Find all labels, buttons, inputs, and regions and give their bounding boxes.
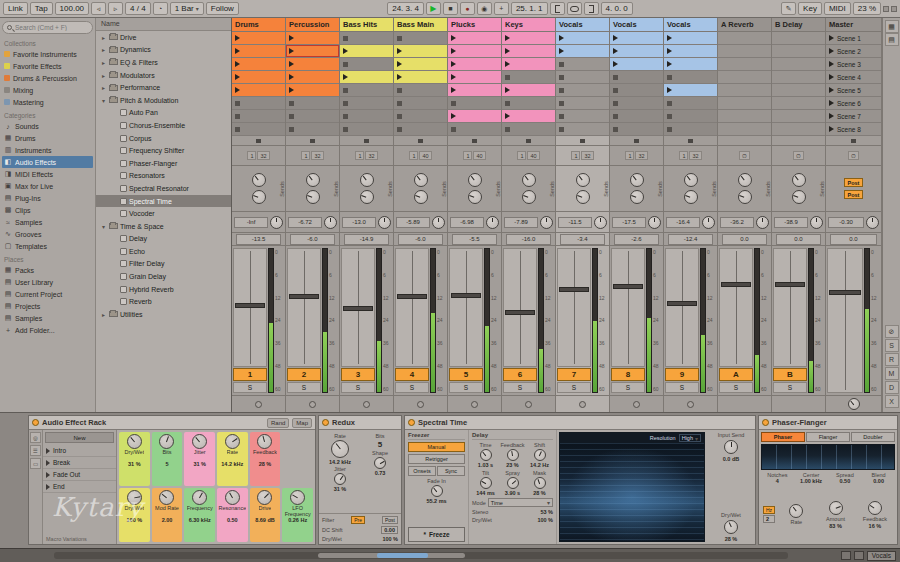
clip-stop-icon[interactable]: [343, 127, 348, 132]
tree-item-corpus[interactable]: Corpus: [96, 132, 231, 145]
fader-handle[interactable]: [559, 287, 589, 292]
send-a-knob[interactable]: [792, 173, 806, 187]
cue-volume-knob[interactable]: [848, 398, 860, 410]
pan-knob[interactable]: [540, 216, 553, 229]
search-box[interactable]: [2, 21, 93, 34]
scene-slot-2[interactable]: Scene 2: [826, 45, 881, 58]
volume-fader[interactable]: [719, 248, 753, 367]
filter-pre-button[interactable]: Pre: [351, 516, 365, 524]
clip-play-icon[interactable]: [343, 74, 348, 80]
solo-button[interactable]: S: [773, 382, 807, 393]
clip-play-icon[interactable]: [613, 61, 618, 67]
send-b-knob[interactable]: [252, 190, 266, 204]
stop-all-clips-button[interactable]: [418, 139, 423, 143]
clip-slot[interactable]: [502, 32, 555, 45]
fader-handle[interactable]: [613, 284, 643, 289]
quantization-menu[interactable]: 1 Bar ▾: [170, 2, 204, 15]
clip-slot[interactable]: [448, 58, 501, 71]
arm-button[interactable]: [309, 401, 316, 408]
track-header[interactable]: Bass Hits: [340, 18, 393, 32]
bits-value[interactable]: 5: [378, 440, 382, 449]
send-b-knob[interactable]: [306, 190, 320, 204]
tree-expand-arrow[interactable]: ▸: [100, 34, 107, 41]
rate-knob[interactable]: [789, 504, 803, 518]
stop-all-clips-button[interactable]: [634, 139, 639, 143]
scene-launch-icon[interactable]: [829, 126, 834, 132]
tree-name-column-header[interactable]: Name: [96, 18, 231, 31]
volume-fader[interactable]: [233, 248, 267, 367]
arm-button[interactable]: [363, 401, 370, 408]
mixer-section-toggle[interactable]: M: [885, 367, 899, 380]
return-b-prepost-toggle[interactable]: Post: [844, 190, 864, 199]
master-volume-value[interactable]: 0.0: [830, 234, 877, 245]
clip-slot[interactable]: [340, 84, 393, 97]
clip-slot[interactable]: [394, 110, 447, 123]
feedback-knob[interactable]: [507, 449, 519, 461]
clip-stop-icon[interactable]: [613, 75, 618, 80]
clip-stop-icon[interactable]: [343, 62, 348, 67]
clip-stop-icon[interactable]: [289, 101, 294, 106]
clip-play-icon[interactable]: [505, 35, 510, 41]
clip-slot[interactable]: [286, 123, 339, 136]
clip-slot[interactable]: [232, 123, 285, 136]
clip-play-icon[interactable]: [397, 48, 402, 54]
grid-view-toggle[interactable]: ▦: [885, 20, 899, 33]
clip-slot[interactable]: [502, 123, 555, 136]
arm-button[interactable]: [471, 401, 478, 408]
clip-stop-icon[interactable]: [343, 114, 348, 119]
clip-stop-icon[interactable]: [559, 127, 564, 132]
tree-item-delay[interactable]: Delay: [96, 233, 231, 246]
solo-button[interactable]: S: [503, 382, 537, 393]
rand-button[interactable]: Rand: [267, 418, 289, 428]
category-item-sounds[interactable]: ♪Sounds: [2, 120, 93, 132]
clip-play-icon[interactable]: [667, 48, 672, 54]
tree-expand-arrow[interactable]: ▸: [100, 46, 107, 53]
clip-slot[interactable]: [394, 71, 447, 84]
io-value[interactable]: 32: [311, 151, 323, 160]
clip-play-icon[interactable]: [451, 35, 456, 41]
feedback-knob[interactable]: [868, 501, 882, 515]
output-drywet-value[interactable]: 28 %: [725, 536, 738, 542]
clip-play-icon[interactable]: [289, 87, 294, 93]
clip-slot[interactable]: [610, 97, 663, 110]
collection-item-favorite-effects[interactable]: Favorite Effects: [2, 60, 93, 72]
clip-stop-icon[interactable]: [451, 127, 456, 132]
fader-handle[interactable]: [667, 301, 697, 306]
clip-slot[interactable]: [502, 97, 555, 110]
dc-shift-value[interactable]: 0.00: [381, 526, 398, 534]
tree-item-filter-delay[interactable]: Filter Delay: [96, 258, 231, 271]
freeze-button[interactable]: * Freeze: [408, 527, 465, 542]
rack-title-bar[interactable]: Audio Effect Rack Rand Map: [29, 416, 315, 430]
jitter-value[interactable]: 31 %: [334, 486, 347, 492]
clip-slot[interactable]: [286, 58, 339, 71]
tilt-value[interactable]: 144 ms: [476, 490, 495, 496]
volume-value[interactable]: -2.6: [614, 234, 659, 245]
io-value[interactable]: 32: [365, 151, 377, 160]
clip-slot[interactable]: [664, 45, 717, 58]
retrigger-button[interactable]: Retrigger: [408, 454, 465, 464]
category-item-max-for-live[interactable]: ▣Max for Live: [2, 180, 93, 192]
master-volume-fader[interactable]: [827, 248, 863, 393]
clip-stop-icon[interactable]: [613, 127, 618, 132]
return-a-prepost-toggle[interactable]: Post: [844, 178, 864, 187]
clip-stop-icon[interactable]: [343, 88, 348, 93]
track-header[interactable]: B Delay: [772, 18, 825, 32]
clip-stop-icon[interactable]: [451, 101, 456, 106]
tree-expand-arrow[interactable]: ▾: [100, 223, 107, 230]
time-value[interactable]: 1.03 s: [478, 462, 493, 468]
fader-handle[interactable]: [721, 282, 751, 287]
master-track-header[interactable]: Master: [826, 18, 881, 32]
clip-play-icon[interactable]: [667, 87, 672, 93]
map-button[interactable]: Map: [292, 418, 312, 428]
clip-slot[interactable]: [286, 84, 339, 97]
tree-item-drive[interactable]: ▸Drive: [96, 31, 231, 44]
loop-start-field[interactable]: 25. 1. 1: [511, 2, 548, 15]
peak-value[interactable]: -6.72: [288, 217, 322, 228]
clip-slot[interactable]: [448, 97, 501, 110]
device-activator-icon[interactable]: [32, 419, 39, 426]
clip-slot[interactable]: [556, 58, 609, 71]
arm-button[interactable]: [579, 401, 586, 408]
tap-tempo-button[interactable]: Tap: [30, 2, 53, 15]
shift-knob[interactable]: [534, 449, 546, 461]
master-io-value[interactable]: ∅: [848, 151, 859, 160]
